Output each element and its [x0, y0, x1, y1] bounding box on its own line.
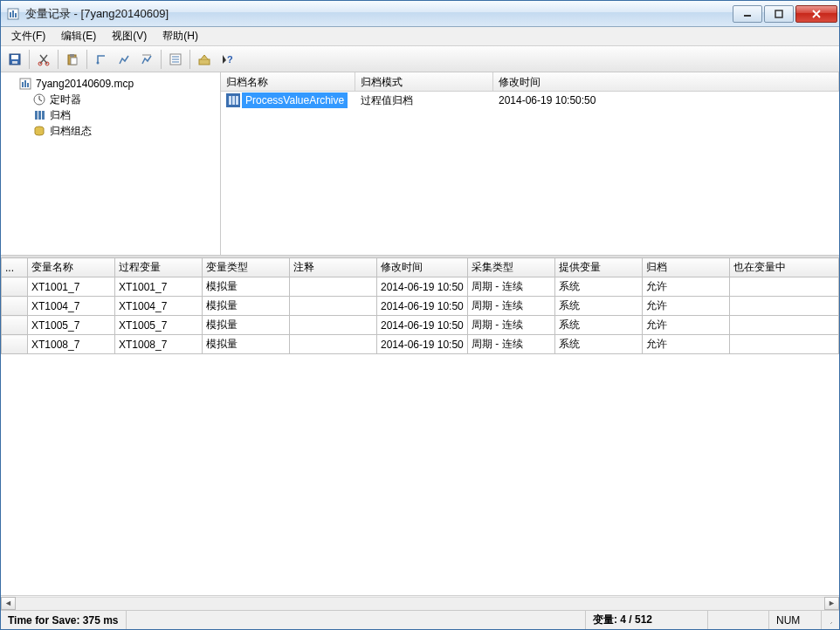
app-icon [6, 7, 20, 21]
statusbar: Time for Save: 375 ms 变量: 4 / 512 NUM [1, 610, 839, 629]
status-grip [822, 611, 839, 629]
tool-button-1[interactable] [91, 49, 112, 70]
status-empty1 [708, 611, 769, 629]
cell-modified: 2014-06-19 10:50 [377, 297, 468, 316]
menu-view[interactable]: 视图(V) [105, 27, 154, 45]
svg-rect-25 [42, 111, 45, 120]
svg-rect-27 [229, 96, 231, 105]
archive-col-mode[interactable]: 归档模式 [355, 72, 493, 91]
save-button[interactable] [4, 49, 25, 70]
tree-archive-config-label: 归档组态 [50, 124, 92, 139]
status-save-time: Time for Save: 375 ms [1, 611, 127, 629]
archive-col-name[interactable]: 归档名称 [221, 72, 355, 91]
cell-var-name: XT1008_7 [28, 335, 115, 354]
svg-rect-12 [70, 54, 74, 57]
cell-archive: 允许 [643, 297, 730, 316]
cell-modified: 2014-06-19 10:50 [377, 335, 468, 354]
svg-rect-28 [232, 96, 235, 105]
table-row[interactable]: XT1001_7XT1001_7模拟量2014-06-19 10:50周期 - … [2, 277, 839, 297]
col-modified[interactable]: 修改时间 [377, 258, 468, 277]
cell-proc-var: XT1004_7 [115, 297, 203, 316]
paste-button[interactable] [62, 49, 83, 70]
col-archive[interactable]: 归档 [643, 258, 730, 277]
cell-provide-var: 系统 [555, 335, 643, 354]
col-collect-type[interactable]: 采集类型 [468, 258, 555, 277]
scroll-right-button[interactable]: ► [824, 597, 839, 610]
tree-root[interactable]: 7yang20140609.mcp [3, 76, 218, 92]
tree-archive-config[interactable]: 归档组态 [3, 123, 218, 139]
app-window: 变量记录 - [7yang20140609] 文件(F) 编辑(E) 视图(V)… [0, 0, 840, 630]
table-row[interactable]: XT1005_7XT1005_7模拟量2014-06-19 10:50周期 - … [2, 316, 839, 335]
svg-rect-13 [71, 58, 77, 65]
cell-proc-var: XT1005_7 [115, 316, 203, 335]
table-row[interactable]: XT1004_7XT1004_7模拟量2014-06-19 10:50周期 - … [2, 297, 839, 316]
cell-var-type: 模拟量 [203, 316, 290, 335]
cell-modified: 2014-06-19 10:50 [377, 316, 468, 335]
cell-collect-type: 周期 - 连续 [468, 297, 555, 316]
cut-button[interactable] [33, 49, 54, 70]
config-button[interactable] [194, 49, 215, 70]
menu-file[interactable]: 文件(F) [4, 27, 52, 45]
table-header-row: ... 变量名称 过程变量 变量类型 注释 修改时间 采集类型 提供变量 归档 … [2, 258, 839, 277]
scroll-track[interactable] [16, 597, 824, 610]
col-proc-var[interactable]: 过程变量 [115, 258, 203, 277]
archive-row[interactable]: ProcessValueArchive 过程值归档 2014-06-19 10:… [221, 92, 839, 109]
cell-also [730, 335, 839, 354]
tool-button-2[interactable] [114, 49, 134, 70]
col-also-in-var[interactable]: 也在变量中 [730, 258, 839, 277]
svg-rect-19 [22, 82, 24, 87]
cell-var-type: 模拟量 [203, 277, 290, 297]
archive-col-modified[interactable]: 修改时间 [493, 72, 839, 91]
scroll-left-button[interactable]: ◄ [1, 597, 16, 610]
svg-text:?: ? [227, 54, 233, 65]
help-button[interactable]: ? [217, 49, 238, 70]
tool-button-3[interactable] [136, 49, 157, 70]
archive-pane: 归档名称 归档模式 修改时间 ProcessValueArchive 过程值归档… [221, 72, 839, 255]
cell-comment [290, 335, 377, 354]
menu-edit[interactable]: 编辑(E) [54, 27, 103, 45]
minimize-button[interactable] [733, 5, 762, 23]
col-comment[interactable]: 注释 [290, 258, 377, 277]
tree-pane[interactable]: 7yang20140609.mcp 定时器 归档 归档组态 [1, 72, 221, 255]
table-row[interactable]: XT1008_7XT1008_7模拟量2014-06-19 10:50周期 - … [2, 335, 839, 354]
horizontal-scrollbar[interactable]: ◄ ► [1, 595, 839, 610]
close-button[interactable] [795, 5, 837, 23]
window-controls [733, 5, 837, 23]
table-empty-area [1, 354, 839, 595]
archive-icon [32, 108, 46, 122]
col-var-name[interactable]: 变量名称 [28, 258, 115, 277]
archive-config-icon [32, 124, 46, 138]
cell-collect-type: 周期 - 连续 [468, 277, 555, 297]
cell-archive: 允许 [643, 277, 730, 297]
cell-comment [290, 316, 377, 335]
col-corner[interactable]: ... [2, 258, 28, 277]
cell-var-type: 模拟量 [203, 297, 290, 316]
row-num [2, 335, 28, 354]
tree-timer[interactable]: 定时器 [3, 92, 218, 107]
archive-row-icon [226, 93, 240, 107]
status-var-count: 变量: 4 / 512 [586, 611, 708, 629]
row-num [2, 316, 28, 335]
svg-point-14 [97, 61, 100, 64]
maximize-button[interactable] [764, 5, 794, 23]
cell-archive: 允许 [643, 335, 730, 354]
col-var-type[interactable]: 变量类型 [203, 258, 290, 277]
toolbar: ? [1, 46, 839, 72]
window-title: 变量记录 - [7yang20140609] [25, 6, 169, 22]
tree-archive[interactable]: 归档 [3, 107, 218, 123]
variable-table[interactable]: ... 变量名称 过程变量 变量类型 注释 修改时间 采集类型 提供变量 归档 … [1, 257, 839, 354]
archive-row-mode: 过程值归档 [355, 92, 493, 110]
row-num [2, 277, 28, 297]
cell-modified: 2014-06-19 10:50 [377, 277, 468, 297]
archive-header: 归档名称 归档模式 修改时间 [221, 72, 839, 92]
properties-button[interactable] [165, 49, 186, 70]
status-num: NUM [769, 611, 822, 629]
col-provide-var[interactable]: 提供变量 [555, 258, 643, 277]
menu-help[interactable]: 帮助(H) [155, 27, 205, 45]
svg-rect-8 [12, 61, 17, 64]
row-num [2, 297, 28, 316]
svg-rect-1 [10, 12, 11, 17]
tree-archive-label: 归档 [50, 108, 71, 123]
svg-rect-5 [775, 10, 782, 17]
archive-row-modified: 2014-06-19 10:50:50 [493, 92, 839, 108]
